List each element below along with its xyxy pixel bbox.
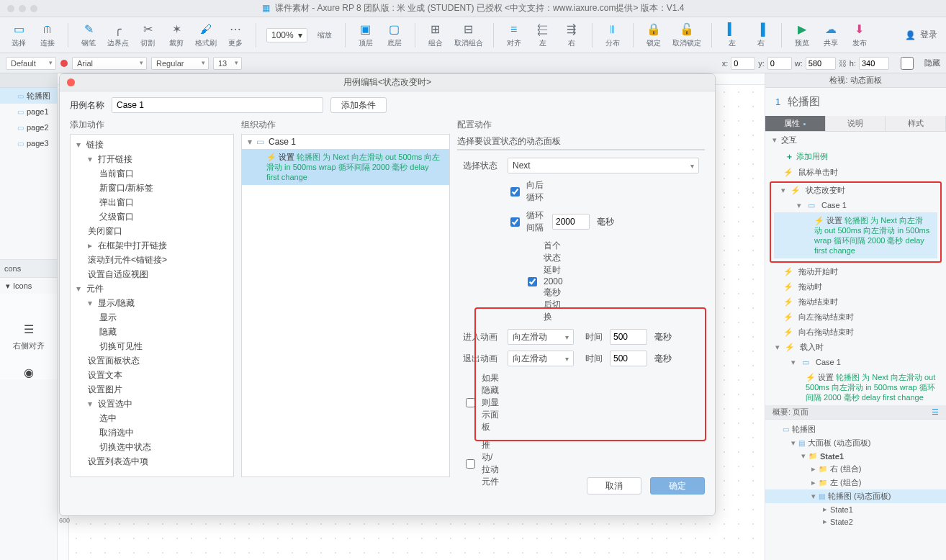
ix-drag-end[interactable]: ⚡拖动结束时 — [765, 294, 946, 310]
select-tool[interactable]: ▭选择 — [9, 22, 29, 48]
interval-input[interactable] — [552, 214, 590, 230]
outline-root[interactable]: ▭轮播图 — [765, 423, 946, 436]
distribute-btn[interactable]: ⫴分布 — [603, 22, 623, 48]
coord-w-input[interactable] — [806, 57, 836, 70]
bolt-icon: ⚡ — [783, 267, 794, 277]
ix-load-action[interactable]: ⚡ 设置 轮播图 为 Next 向左滑动 out 500ms 向左滑动 in 5… — [765, 369, 946, 405]
interval-check[interactable]: 循环间隔 — [508, 209, 545, 234]
bolt-icon: ⚡ — [783, 297, 794, 307]
more-tool[interactable]: ⋯更多 — [225, 22, 245, 48]
case-icon: ▭ — [800, 357, 811, 367]
page1[interactable]: ▭page1 — [0, 104, 57, 119]
align-btn[interactable]: ≡对齐 — [504, 22, 524, 48]
align-left[interactable]: ⬱左 — [533, 22, 553, 48]
bolt-icon: ⚡ — [783, 282, 794, 292]
alignr-icon: ⇶ — [567, 22, 576, 37]
group-btn[interactable]: ⊞组合 — [425, 22, 446, 48]
organize-tree[interactable]: ▾▭Case 1 ⚡ 设置 轮播图 为 Next 向左滑动 out 500ms … — [241, 134, 450, 477]
publish-btn[interactable]: ⬇发布 — [850, 22, 870, 48]
ix-drag-start[interactable]: ⚡拖动开始时 — [765, 264, 946, 279]
outline-left[interactable]: ▸📁左 (组合) — [765, 476, 946, 489]
border-tool[interactable]: ╭边界点 — [107, 22, 129, 48]
outline-state1[interactable]: ▾📁State1 — [765, 450, 946, 462]
chevron-down-icon: ▾ — [298, 30, 302, 40]
outline-carousel[interactable]: ▾▤轮播图 (动态面板) — [765, 489, 946, 503]
outline-s1[interactable]: ▸State1 — [765, 503, 946, 515]
section-interaction[interactable]: ▾交互 — [765, 132, 946, 148]
icons-row[interactable]: ▾ Icons — [0, 278, 57, 294]
size-select[interactable]: 13 — [213, 57, 242, 70]
share-btn[interactable]: ☁共享 — [821, 22, 841, 48]
actions-tree[interactable]: ▾链接 ▾打开链接 当前窗口 新窗口/新标签 弹出窗口 父级窗口 关闭窗口 ▸在… — [70, 134, 234, 477]
tab-style[interactable]: 样式 — [886, 116, 946, 131]
play-icon: ▶ — [798, 22, 806, 37]
inspector-panel: 检视: 动态面板 1 轮播图 属性• 说明 样式 ▾交互 ＋添加用例 ⚡鼠标单击… — [765, 73, 946, 560]
ix-load-case1[interactable]: ▾▭Case 1 — [765, 355, 946, 369]
ungroup-btn[interactable]: ⊟取消组合 — [454, 22, 483, 48]
font-select[interactable]: Arial — [72, 57, 147, 70]
bring-front[interactable]: ▣顶层 — [356, 22, 376, 48]
close-icon[interactable] — [67, 78, 75, 86]
hide-checkbox[interactable] — [895, 57, 919, 70]
weight-select[interactable]: Regular — [151, 57, 209, 70]
login-btn[interactable]: 👤登录 — [905, 29, 937, 41]
ix-mouse-click[interactable]: ⚡鼠标单击时 — [765, 165, 946, 180]
send-back[interactable]: ▢底层 — [384, 22, 405, 48]
bolt-icon: ⚡ — [783, 312, 794, 322]
outline-s2[interactable]: ▸State2 — [765, 515, 946, 528]
coord-h-input[interactable] — [859, 57, 889, 70]
coords-group: x: y: w: ⛓ h: 隐藏 — [722, 55, 940, 72]
outline: ▭轮播图 ▾▤大面板 (动态面板) ▾📁State1 ▸📁右 (组合) ▸📁左 … — [765, 419, 946, 530]
style-select[interactable]: Default — [6, 57, 56, 70]
page2[interactable]: ▭page2 — [0, 119, 57, 135]
coord-x-input[interactable] — [731, 57, 755, 70]
add-condition-button[interactable]: 添加条件 — [330, 97, 387, 113]
border-icon: ╭ — [114, 22, 122, 37]
preview-btn[interactable]: ▶预览 — [792, 22, 812, 48]
add-case-link[interactable]: ＋添加用例 — [765, 148, 946, 165]
back-icon: ▢ — [389, 22, 400, 37]
state-select[interactable]: Next — [508, 158, 699, 173]
org-action-row[interactable]: ⚡ 设置 轮播图 为 Next 向左滑动 out 500ms 向左滑动 in 5… — [242, 149, 449, 185]
push-pull-check[interactable]: 推动/拉动元件 — [463, 439, 500, 488]
case-editor-modal: 用例编辑<状态改变时> 用例名称 添加条件 添加动作 ▾链接 ▾打开链接 当前窗… — [59, 73, 716, 516]
page3[interactable]: ▭page3 — [0, 135, 57, 151]
connect-tool[interactable]: ⫙连接 — [37, 22, 58, 48]
zoom-select[interactable]: 100%▾ — [266, 28, 307, 42]
lbl-select-state: 选择状态 — [463, 160, 500, 172]
ix-swipe-right[interactable]: ⚡向左拖动结束时 — [765, 310, 946, 325]
select-icon: ▭ — [14, 22, 24, 37]
align-right[interactable]: ⇶右 — [562, 22, 582, 48]
org-case-row[interactable]: ▾▭Case 1 — [242, 135, 449, 149]
format-painter[interactable]: 🖌格式刷 — [195, 22, 217, 48]
ix-drag[interactable]: ⚡拖动时 — [765, 279, 946, 294]
ix-load[interactable]: ▾⚡载入时 — [765, 340, 946, 355]
modal-titlebar: 用例编辑<状态改变时> — [60, 74, 715, 91]
inspector-tabs: 属性• 说明 样式 — [765, 116, 946, 132]
cut-tool[interactable]: ✂切割 — [138, 22, 158, 48]
pen-tool[interactable]: ✎钢笔 — [78, 22, 99, 48]
pages-panel: ▭轮播图 ▭page1 ▭page2 ▭page3 cons ▾ Icons ☰… — [0, 73, 58, 560]
modal-title: 用例编辑<状态改变时> — [343, 76, 431, 89]
dock-left[interactable]: ▍左 — [722, 22, 742, 48]
filter-icon[interactable]: ☰ — [932, 407, 939, 417]
col-add-actions: 添加动作 — [70, 119, 234, 131]
page-active[interactable]: ▭轮播图 — [0, 88, 57, 104]
ix-action[interactable]: ⚡ 设置 轮播图 为 Next 向左滑动 out 500ms 向左滑动 in 5… — [774, 212, 937, 258]
link-icon[interactable]: ⛓ — [839, 59, 847, 68]
coord-y-input[interactable] — [767, 57, 792, 70]
dock-right[interactable]: ▐右 — [751, 22, 771, 48]
tab-attributes[interactable]: 属性• — [765, 116, 826, 131]
outline-dp[interactable]: ▾▤大面板 (动态面板) — [765, 436, 946, 450]
highlight-config-form — [474, 307, 706, 441]
ix-swipe-left[interactable]: ⚡向右拖动结束时 — [765, 325, 946, 340]
wrap-check[interactable]: 向后循环 — [508, 179, 545, 204]
crop-tool[interactable]: ✶裁剪 — [166, 22, 186, 48]
tab-notes[interactable]: 说明 — [826, 116, 886, 131]
lock-btn[interactable]: 🔒锁定 — [644, 22, 664, 48]
ix-state-change[interactable]: ▾⚡状态改变时 — [771, 183, 940, 198]
unlock-btn[interactable]: 🔓取消锁定 — [672, 22, 701, 48]
case-name-input[interactable] — [112, 97, 323, 113]
ix-case-1[interactable]: ▾▭Case 1 — [771, 198, 940, 212]
outline-right[interactable]: ▸📁右 (组合) — [765, 462, 946, 476]
